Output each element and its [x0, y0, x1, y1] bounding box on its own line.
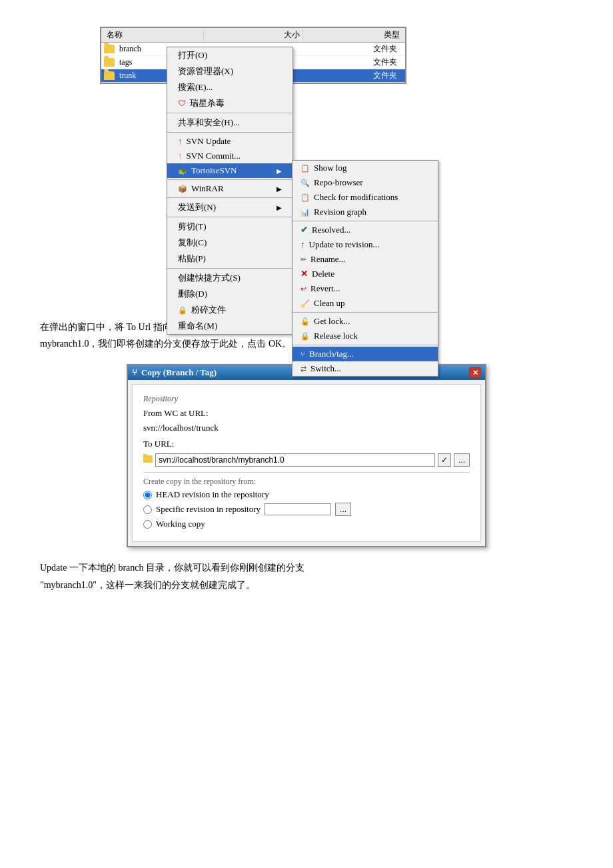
getlock-icon: 🔓: [301, 317, 310, 326]
radio-head-label: HEAD revision in the repository: [156, 489, 269, 500]
radio-head: HEAD revision in the repository: [143, 489, 470, 500]
context-menu[interactable]: 打开(O) 资源管理器(X) 搜索(E)... 🛡 瑞星杀毒 共享和安全(H).…: [167, 47, 293, 335]
ctx-shortcut[interactable]: 创建快捷方式(S): [167, 270, 293, 286]
radio-wc-label: Working copy: [156, 519, 205, 529]
dialog-icon: ⑂: [132, 367, 137, 378]
sub-revision-graph[interactable]: 📊 Revision graph: [293, 205, 438, 219]
ctx-rename[interactable]: 重命名(M): [167, 318, 293, 334]
ctx-sep4: [167, 197, 293, 198]
ctx-sep2: [167, 132, 293, 133]
repo-section-label: Repository: [143, 394, 470, 404]
folder-small-icon: [143, 455, 153, 465]
row-name: tags: [119, 57, 132, 67]
ctx-svn-update[interactable]: ↑ SVN Update: [167, 134, 293, 149]
ctx-cut[interactable]: 剪切(T): [167, 219, 293, 235]
specific-browse-btn[interactable]: ...: [335, 503, 351, 516]
row-type: 文件夹: [326, 57, 402, 68]
check-icon: 📋: [301, 193, 310, 202]
cleanup-icon: 🧹: [301, 299, 310, 308]
dialog-body: Repository From WC at URL: svn://localho…: [132, 384, 481, 542]
branch-icon: ⑂: [301, 350, 305, 358]
releaselock-icon: 🔒: [301, 332, 310, 341]
tortoise-submenu[interactable]: 📋 Show log 🔍 Repo-browser 📋 Check for mo…: [292, 160, 438, 377]
specific-revision-input[interactable]: [265, 503, 331, 515]
ctx-sep3: [167, 179, 293, 180]
svn-commit-icon: ↑: [178, 151, 183, 161]
log-icon: 📋: [301, 164, 310, 173]
tortoise-icon: 🐢: [178, 167, 187, 175]
create-copy-label: Create copy in the repository from:: [143, 472, 470, 487]
graph-icon: 📊: [301, 208, 310, 217]
ctx-share[interactable]: 共享和安全(H)...: [167, 115, 293, 131]
radio-head-input[interactable]: [143, 491, 152, 499]
ctx-sendto[interactable]: 发送到(N): [167, 199, 293, 215]
dropdown-button[interactable]: ✓: [438, 453, 451, 467]
sub-show-log[interactable]: 📋 Show log: [293, 161, 438, 175]
ctx-search[interactable]: 搜索(E)...: [167, 79, 293, 95]
dialog-close-button[interactable]: ✕: [469, 367, 481, 378]
radio-wc-input[interactable]: [143, 520, 152, 529]
shred-icon: 🔒: [178, 306, 187, 315]
radio-specific-label: Specific revision in repository: [156, 504, 261, 515]
copy-dialog: ⑂ Copy (Branch / Tag) ✕ Repository From …: [127, 364, 486, 547]
folder-icon: [104, 71, 115, 80]
row-name: trunk: [119, 71, 136, 81]
radio-wc: Working copy: [143, 519, 470, 529]
radio-specific: Specific revision in repository ...: [143, 503, 470, 516]
rename-icon: ✏: [301, 255, 306, 264]
ctx-tortoise[interactable]: 🐢 TortoiseSVN: [167, 163, 293, 178]
from-wc-value: svn://localhost/trunck: [143, 423, 470, 433]
row-name: branch: [119, 44, 141, 54]
from-wc-label: From WC at URL:: [143, 408, 470, 419]
ctx-copy[interactable]: 复制(C): [167, 235, 293, 251]
sub-resolved[interactable]: ✔ Resolved...: [293, 223, 438, 237]
folder-icon: [104, 58, 115, 67]
sub-branch-tag[interactable]: ⑂ Branch/tag...: [293, 347, 438, 361]
radio-specific-input[interactable]: [143, 505, 152, 514]
revert-icon: ↩: [301, 285, 306, 293]
to-url-label: To URL:: [143, 439, 470, 449]
col-type: 类型: [303, 29, 402, 41]
winrar-icon: 📦: [178, 185, 187, 193]
dialog-titlebar-left: ⑂ Copy (Branch / Tag): [132, 367, 217, 378]
ctx-shred[interactable]: 🔒 粉碎文件: [167, 302, 293, 318]
ctx-open[interactable]: 打开(O): [167, 47, 293, 63]
to-url-row: ✓ ...: [143, 453, 470, 467]
resolve-icon: ✔: [301, 225, 308, 235]
folder-icon: [104, 45, 115, 53]
switch-icon: ⇄: [301, 365, 306, 373]
sub-sep3: [293, 345, 438, 345]
col-name: 名称: [104, 29, 204, 41]
antivirus-icon: 🛡: [178, 99, 186, 109]
ctx-sep5: [167, 217, 293, 217]
sub-revert[interactable]: ↩ Revert...: [293, 281, 438, 296]
col-size: 大小: [204, 29, 304, 41]
ctx-svn-commit[interactable]: ↑ SVN Commit...: [167, 149, 293, 163]
sub-delete[interactable]: ✕ Delete: [293, 267, 438, 281]
ctx-paste[interactable]: 粘贴(P): [167, 251, 293, 267]
sub-check-modifications[interactable]: 📋 Check for modifications: [293, 190, 438, 205]
explorer-table-header: 名称 大小 类型: [101, 28, 405, 43]
ctx-explorer[interactable]: 资源管理器(X): [167, 63, 293, 79]
svn-update-icon: ↑: [178, 136, 183, 147]
sub-cleanup[interactable]: 🧹 Clean up: [293, 296, 438, 311]
ctx-sep6: [167, 268, 293, 269]
ctx-sep1: [167, 113, 293, 113]
browse-button[interactable]: ...: [454, 453, 470, 467]
sub-sep2: [293, 312, 438, 313]
ctx-delete[interactable]: 删除(D): [167, 286, 293, 302]
delete-icon: ✕: [301, 269, 308, 279]
sub-update-revision[interactable]: ↑ Update to revision...: [293, 237, 438, 252]
ctx-winrar[interactable]: 📦 WinRAR: [167, 181, 293, 196]
ctx-antivirus[interactable]: 🛡 瑞星杀毒: [167, 95, 293, 111]
repo-icon: 🔍: [301, 179, 310, 187]
to-url-input[interactable]: [155, 453, 435, 467]
paragraph-2: Update 一下本地的 branch 目录，你就可以看到你刚刚创建的分支 "m…: [40, 559, 573, 593]
sub-release-lock[interactable]: 🔒 Release lock: [293, 329, 438, 343]
row-type: 文件夹: [326, 43, 402, 55]
sub-get-lock[interactable]: 🔓 Get lock...: [293, 314, 438, 329]
sub-switch[interactable]: ⇄ Switch...: [293, 361, 438, 376]
row-type: 文件夹: [326, 70, 402, 81]
sub-rename[interactable]: ✏ Rename...: [293, 252, 438, 267]
sub-repo-browser[interactable]: 🔍 Repo-browser: [293, 175, 438, 190]
